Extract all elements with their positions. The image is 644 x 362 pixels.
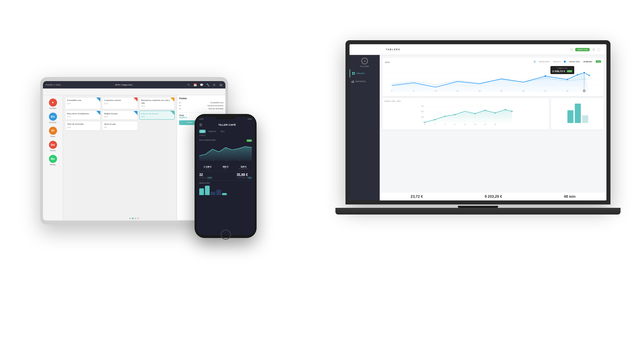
laptop-body: TABLERO ↻ MARZO 2016 ⚙ ↓ ✦ TILLER <box>345 40 610 204</box>
metric-2: 9 203,29 € <box>485 194 502 198</box>
item-price-tarta: 14 € <box>67 126 99 128</box>
phone-stats: 1 148 € CA TTC 982 € CA HT 329 € EN COUR… <box>197 164 255 171</box>
item-name-buey: Buey tierno al balsámico <box>67 113 99 115</box>
stat-en-cours-value: 329 € <box>235 166 252 168</box>
clients-badge: +77% <box>207 177 212 179</box>
phone-home-button[interactable] <box>221 230 231 240</box>
menu-icon[interactable]: ☰ <box>199 123 202 127</box>
bar-chart-svg <box>553 100 602 124</box>
phone-app-title: TILLER CAFÉ <box>202 123 252 126</box>
laptop-screen: TABLERO ↻ MARZO 2016 ⚙ ↓ ✦ TILLER <box>350 44 606 200</box>
pagination-dots <box>129 218 139 219</box>
tooltip-date: 26 MARZO 2016 <box>552 67 572 69</box>
order-item-2-qty: 1× <box>179 105 181 107</box>
item-price-berenjenas: 15 € <box>141 105 173 107</box>
platos-label: Platos <box>51 135 55 137</box>
svg-text:21: 21 <box>494 123 496 125</box>
svg-text:19: 19 <box>239 159 240 161</box>
reportes-label: REPORTES <box>356 80 366 82</box>
item-name-croquetas: Croquetas caseras <box>104 99 136 102</box>
dot-4 <box>138 218 139 219</box>
back-button[interactable]: ← <box>45 90 50 94</box>
svg-text:500: 500 <box>421 111 424 113</box>
settings-icon[interactable]: ⚙ <box>592 48 595 51</box>
phone-services: SERVICIOS <box>197 181 255 196</box>
category-postres[interactable]: Do Postres <box>43 139 63 153</box>
laptop-sidebar: ✦ TILLER TABLERO <box>350 55 380 200</box>
item-name-berenjenas: Berenjenas crujientes con miel y soja <box>141 99 173 105</box>
svg-text:24: 24 <box>522 90 525 92</box>
sidebar-item-tablero[interactable]: TABLERO <box>350 69 380 77</box>
svg-point-30 <box>434 119 435 120</box>
menu-grid: Ensaladilla rusa 12 € Croquetas caseras … <box>63 95 177 220</box>
laptop: TABLERO ↻ MARZO 2016 ⚙ ↓ ✦ TILLER <box>345 40 610 215</box>
settings-icon[interactable]: ⚙ <box>212 83 216 87</box>
hora-del-dia-card: HORA DEL DÍA 750 500 <box>382 98 549 130</box>
mes-label: MES <box>385 61 390 63</box>
platos-icon: Pl <box>49 127 57 135</box>
date-button[interactable]: MARZO 2016 <box>575 48 590 51</box>
svg-point-37 <box>504 109 506 110</box>
menu-item-tarta[interactable]: Tarta de chocolate 14 € <box>65 121 101 130</box>
laptop-nav-title: TABLERO <box>386 48 400 51</box>
phone-time: 12:21 <box>199 118 204 120</box>
menu-item-agua[interactable]: Agua sin gas 3 € <box>102 121 138 130</box>
category-bebidas[interactable]: Bo Bebidas <box>43 153 63 167</box>
menu-item-croquetas[interactable]: Croquetas caseras 12 € <box>102 97 138 109</box>
svg-marker-50 <box>199 146 252 161</box>
phone-chart-svg: 5 10 15 19 <box>199 142 252 161</box>
legend-2015-label: MARZO 2015: <box>539 61 550 63</box>
svg-point-36 <box>494 112 496 114</box>
item-name-ensaladilla: Ensaladilla rusa <box>67 99 99 102</box>
menu-item-ensaladilla[interactable]: Ensaladilla rusa 12 € <box>65 97 101 109</box>
menu-item-entrecot[interactable]: Entrecot de ternera 13 € <box>139 111 175 120</box>
download-icon[interactable]: ↓ <box>597 48 600 51</box>
service-bar-5 <box>222 193 227 195</box>
refresh-icon[interactable]: ↻ <box>186 83 191 87</box>
svg-text:18: 18 <box>478 90 481 92</box>
stat-ca-ttc-value: 1 148 € <box>199 166 216 168</box>
phone-clients: 32 CLIENTES +77% 35,88 € TICKET MEDIO +3… <box>197 172 255 180</box>
menu-item-berenjenas[interactable]: Berenjenas crujientes con miel y soja 15… <box>139 97 175 109</box>
menu-item-magret[interactable]: Magret de pato 18 € <box>102 111 138 120</box>
refresh-icon[interactable]: ↻ <box>570 48 573 51</box>
phone: 12:21 100% ☰ TILLER CAFÉ DÍA SEMANA MES … <box>195 114 257 238</box>
laptop-header: TABLERO ↻ MARZO 2016 ⚙ ↓ <box>350 44 606 55</box>
order-item-2: 1× Entrecot de ternera <box>179 105 223 107</box>
chat-icon[interactable]: 💬 <box>199 83 204 87</box>
tab-semana[interactable]: SEMANA <box>207 130 218 133</box>
dot-2 <box>132 218 134 219</box>
tab-mes[interactable]: MES <box>219 130 226 133</box>
category-platos[interactable]: Pl Platos <box>43 125 63 139</box>
stat-ca-ht-label: CA HT <box>217 168 234 170</box>
item-price-croquetas: 12 € <box>104 103 136 105</box>
svg-text:250: 250 <box>421 116 424 118</box>
menu-item-buey[interactable]: Buey tierno al balsámico 17 € <box>65 111 101 120</box>
item-corner-entrecot <box>170 111 174 115</box>
legend-dot-2016 <box>564 61 566 63</box>
tab-dia[interactable]: DÍA <box>199 130 206 133</box>
services-title: SERVICIOS <box>199 182 252 184</box>
item-name-magret: Magret de pato <box>104 113 136 115</box>
svg-point-5 <box>567 79 568 80</box>
dashboard-bottom: HORA DEL DÍA 750 500 <box>382 98 604 130</box>
phone-body: 12:21 100% ☰ TILLER CAFÉ DÍA SEMANA MES … <box>195 114 257 238</box>
scene: TABLERO ↻ MARZO 2016 ⚙ ↓ ✦ TILLER <box>0 0 644 362</box>
svg-text:27: 27 <box>544 90 547 92</box>
power-icon[interactable]: ⏻ <box>218 83 223 87</box>
main-badge: +12% <box>596 60 601 63</box>
tablet-categories: ♥ Favoritos En Entrantes Pl Platos Do <box>43 95 63 220</box>
category-favoritos[interactable]: ♥ Favoritos <box>43 97 63 111</box>
tools-icon[interactable]: 🔧 <box>206 83 210 87</box>
calendar-icon[interactable]: 📅 <box>193 83 197 87</box>
svg-text:15: 15 <box>474 123 476 125</box>
phone-header: ☰ TILLER CAFÉ <box>197 121 255 128</box>
phone-screen: 12:21 100% ☰ TILLER CAFÉ DÍA SEMANA MES … <box>197 117 255 235</box>
stat-ca-ttc-label: CA TTC <box>199 168 216 170</box>
svg-point-31 <box>444 116 445 117</box>
metrics-bar: 23,72 € 9 203,29 € 48 min <box>380 192 606 200</box>
sidebar-item-reportes[interactable]: REPORTES <box>350 77 380 85</box>
svg-point-4 <box>544 75 546 77</box>
category-entrantes[interactable]: En Entrantes <box>43 111 63 125</box>
dot-1 <box>129 218 131 219</box>
